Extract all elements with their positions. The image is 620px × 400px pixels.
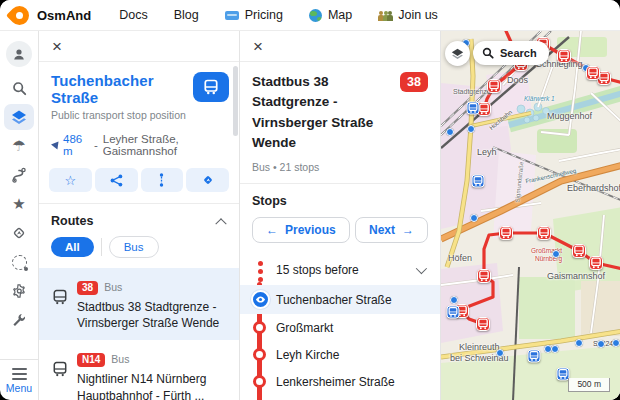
routes-section-header[interactable]: Routes (39, 204, 239, 236)
map-layers-button[interactable] (445, 41, 470, 66)
people-icon (378, 10, 392, 21)
stop-circle-icon (253, 348, 266, 361)
search-button[interactable] (4, 75, 34, 101)
direction-arrow-icon (50, 141, 58, 150)
bus-outline-icon (52, 361, 68, 400)
previous-stops-button[interactable]: ← Previous (252, 217, 350, 243)
route-list-item-38[interactable]: 38Bus Stadtbus 38 Stadtgrenze - Virnsber… (39, 268, 239, 340)
transit-stop-dot[interactable] (597, 340, 605, 348)
transit-stop-dot[interactable] (467, 125, 475, 133)
favorite-button[interactable]: ☆ (49, 168, 92, 192)
filter-chip-bus[interactable]: Bus (109, 236, 159, 258)
nav-pricing[interactable]: Pricing (225, 8, 283, 22)
stop-subtitle: Public transport stop position (51, 109, 191, 121)
transit-stop-dot[interactable] (446, 128, 454, 136)
stop-title: Tuchenbacher Straße (51, 72, 201, 106)
bus-outline-icon (52, 289, 68, 331)
other-bus-stop-marker[interactable] (472, 175, 485, 188)
close-icon[interactable]: × (52, 38, 62, 55)
route-bus-stop-marker[interactable] (557, 49, 571, 63)
other-bus-stop-marker[interactable] (528, 350, 541, 363)
search-icon (482, 47, 494, 59)
route-number-badge: 38 (400, 72, 428, 92)
route-icon (11, 167, 27, 183)
stop-address: Leyher Straße, Gaismannshof (103, 133, 227, 157)
route-bus-stop-marker[interactable] (572, 244, 586, 258)
route-panel-close-row: × (240, 31, 440, 62)
bus-icon (203, 79, 219, 95)
route-name: Nightliner N14 Nürnberg Hauptbahnhof - F… (77, 371, 222, 400)
routes-header-label: Routes (51, 214, 93, 228)
route-bus-stop-marker[interactable] (477, 269, 491, 283)
route-bus-stop-marker[interactable] (589, 256, 603, 270)
bus-stop-badge-button[interactable] (193, 72, 229, 102)
route-badge: N14 (77, 353, 105, 367)
nav-map[interactable]: Map (309, 8, 352, 22)
route-type: Bus (104, 281, 122, 293)
route-list-item-n14[interactable]: N14Bus Nightliner N14 Nürnberg Hauptbahn… (39, 340, 239, 400)
transit-stop-dot[interactable] (612, 339, 620, 347)
menu-button[interactable]: Menu (0, 359, 38, 400)
left-icon-sidebar: ☂ ★ Menu (0, 31, 39, 400)
route-bus-stop-marker[interactable] (586, 66, 600, 80)
other-bus-stop-marker[interactable] (467, 102, 480, 115)
route-bus-stop-marker[interactable] (476, 317, 490, 331)
chevron-down-icon (416, 263, 427, 274)
account-button[interactable] (6, 41, 32, 67)
map-canvas (441, 31, 620, 400)
stop-row[interactable]: Flachslander Straße (240, 395, 440, 400)
tools-button[interactable] (4, 307, 34, 333)
transit-stop-dot[interactable] (551, 345, 559, 353)
nav-blog[interactable]: Blog (174, 8, 199, 22)
route-badge: 38 (77, 281, 98, 295)
route-type: Bus (111, 353, 129, 365)
stop-row[interactable]: Großmarkt (240, 314, 440, 341)
route-bus-stop-marker[interactable] (499, 226, 513, 240)
osmand-logo-icon[interactable] (10, 6, 29, 25)
stop-row[interactable]: Leyh Kirche (240, 341, 440, 368)
stop-circle-icon (253, 375, 266, 388)
weather-button[interactable]: ☂ (4, 133, 34, 159)
nav-docs[interactable]: Docs (119, 8, 147, 22)
stops-before-collapsed[interactable]: 15 stops before (240, 255, 440, 285)
transit-stop-dot[interactable] (450, 296, 458, 304)
plan-route-button[interactable] (4, 162, 34, 188)
stop-actions-row: ☆ (39, 159, 239, 204)
route-bus-stop-marker[interactable] (487, 79, 501, 93)
map-view[interactable]: SchnieglingDoosStadtgrenzeKlärwerk 1Mugg… (441, 31, 620, 400)
layers-icon (451, 47, 464, 60)
stop-row-current[interactable]: Tuchenbacher Straße (240, 285, 440, 314)
layers-icon (11, 109, 27, 125)
map-search-button[interactable]: Search (473, 41, 549, 65)
transit-stop-dot[interactable] (552, 250, 560, 258)
share-button[interactable] (95, 168, 138, 192)
track-recording-button[interactable] (4, 249, 34, 275)
navigation-button[interactable] (4, 220, 34, 246)
search-icon (12, 81, 27, 96)
route-details-panel: × Stadtbus 38 Stadtgrenze - Virnsberger … (240, 31, 441, 400)
route-bus-stop-marker[interactable] (537, 226, 551, 240)
other-bus-stop-marker[interactable] (447, 306, 460, 319)
wrench-icon (11, 312, 27, 328)
navigate-to-button[interactable] (186, 168, 229, 192)
brand-title[interactable]: OsmAnd (37, 8, 91, 23)
distance-icon (156, 173, 167, 187)
measure-distance-button[interactable] (141, 168, 184, 192)
layers-button[interactable] (4, 104, 34, 130)
transit-stop-dot[interactable] (470, 214, 478, 222)
transit-stop-dot[interactable] (496, 349, 504, 357)
settings-button[interactable] (4, 278, 34, 304)
route-meta: Bus • 21 stops (240, 155, 440, 183)
stop-row[interactable]: Lenkersheimer Straße (240, 368, 440, 395)
nav-join-us[interactable]: Join us (378, 8, 438, 22)
stop-details-panel: × Tuchenbacher Straße Public transport s… (39, 31, 240, 400)
filter-chip-all[interactable]: All (51, 237, 94, 257)
top-navigation-bar: OsmAnd Docs Blog Pricing Map Join us (0, 0, 620, 30)
star-outline-icon: ☆ (65, 173, 77, 188)
close-icon[interactable]: × (253, 38, 263, 55)
favorites-button[interactable]: ★ (4, 191, 34, 217)
umbrella-icon: ☂ (12, 137, 25, 155)
chip-separator (101, 238, 102, 256)
transit-stop-dot[interactable] (575, 339, 583, 347)
next-stops-button[interactable]: Next → (355, 217, 428, 243)
